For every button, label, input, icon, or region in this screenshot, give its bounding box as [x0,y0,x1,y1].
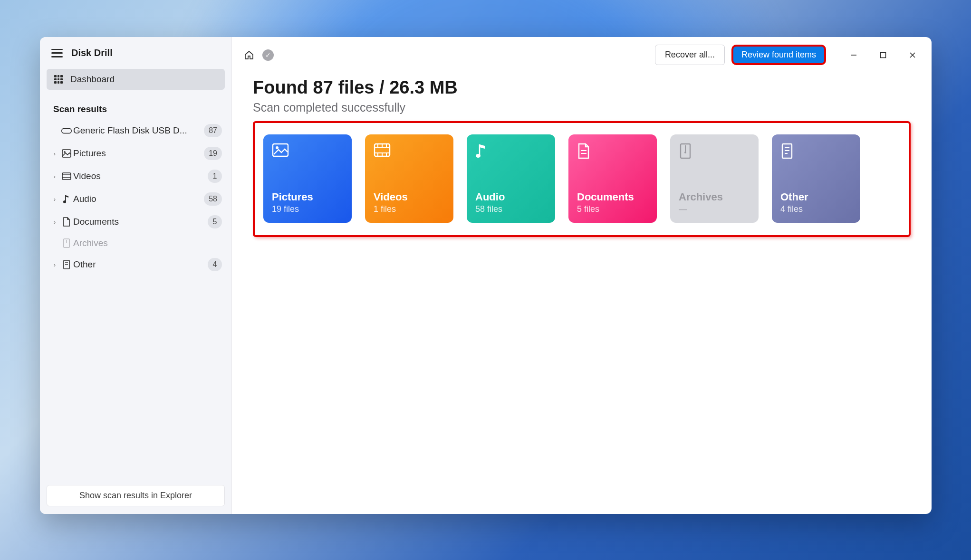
tree-label: Pictures [73,148,204,159]
music-note-icon [475,143,492,160]
close-button[interactable] [904,47,921,64]
results-subhead: Scan completed successfully [253,101,911,114]
count-badge: 4 [208,258,222,271]
card-title: Pictures [272,191,343,203]
sidebar-section-title: Scan results [40,94,231,119]
tree-item-device[interactable]: ▸ Generic Flash Disk USB D... 87 [47,119,225,142]
svg-point-6 [63,200,66,203]
recover-all-button[interactable]: Recover all... [655,45,725,65]
main-panel: ✓ Recover all... Review found items Foun… [232,37,932,514]
video-icon [60,172,73,180]
results-headline: Found 87 files / 26.3 MB [253,77,911,98]
card-sub: 4 files [780,204,852,214]
category-card-pictures[interactable]: Pictures 19 files [263,134,352,223]
card-sub: 1 files [374,204,445,214]
archive-icon [60,238,73,248]
count-badge: 58 [204,192,222,206]
maximize-button[interactable] [875,47,892,64]
show-in-explorer-button[interactable]: Show scan results in Explorer [47,485,225,506]
archive-icon [679,143,696,160]
count-badge: 1 [208,170,222,183]
other-file-icon [780,143,798,160]
dashboard-grid-icon [54,75,63,84]
svg-point-17 [276,146,279,149]
card-title: Other [780,191,852,203]
card-title: Documents [577,191,648,203]
card-title: Audio [475,191,547,203]
toolbar: ✓ Recover all... Review found items [232,37,932,73]
svg-point-32 [684,152,686,153]
app-title: Disk Drill [71,47,113,58]
minimize-button[interactable] [845,47,862,64]
category-card-videos[interactable]: Videos 1 files [365,134,453,223]
tree-label: Other [73,259,208,270]
app-window: Disk Drill Dashboard Scan results ▸ Gene… [40,37,932,514]
chevron-right-icon[interactable]: › [49,150,60,157]
card-sub: 58 files [475,204,547,214]
scan-complete-check-icon: ✓ [262,49,274,61]
dashboard-label: Dashboard [70,74,115,85]
category-cards-highlight: Pictures 19 files Videos 1 files [253,121,911,237]
category-card-documents[interactable]: Documents 5 files [568,134,657,223]
svg-rect-13 [881,52,886,57]
category-card-other[interactable]: Other 4 files [772,134,860,223]
tree-item-videos[interactable]: › Videos 1 [47,165,225,188]
svg-rect-0 [62,128,71,133]
svg-rect-3 [62,173,71,180]
card-title: Videos [374,191,445,203]
image-icon [60,149,73,158]
card-sub: 19 files [272,204,343,214]
sidebar-header: Disk Drill [40,37,231,65]
scan-results-tree: ▸ Generic Flash Disk USB D... 87 › Pictu… [40,119,231,276]
tree-item-pictures[interactable]: › Pictures 19 [47,142,225,165]
video-icon [374,143,391,160]
review-found-items-button[interactable]: Review found items [731,45,826,65]
svg-point-2 [64,151,66,153]
hamburger-icon[interactable] [51,49,63,57]
sidebar: Disk Drill Dashboard Scan results ▸ Gene… [40,37,232,514]
chevron-right-icon[interactable]: › [49,261,60,268]
tree-item-audio[interactable]: › Audio 58 [47,188,225,210]
music-note-icon [60,194,73,204]
window-controls [845,47,921,64]
tree-item-documents[interactable]: › Documents 5 [47,210,225,233]
svg-point-27 [476,154,481,158]
results-content: Found 87 files / 26.3 MB Scan completed … [232,73,932,242]
card-sub: — [679,204,750,214]
chevron-right-icon[interactable]: › [49,218,60,226]
card-title: Archives [679,191,750,203]
chevron-right-icon[interactable]: › [49,196,60,203]
document-icon [577,143,594,160]
other-file-icon [60,260,73,269]
tree-item-archives[interactable]: › Archives [47,233,225,253]
tree-label: Documents [73,217,208,227]
tree-label: Videos [73,171,208,181]
tree-label: Audio [73,194,204,204]
count-badge: 5 [208,215,222,228]
category-card-archives: Archives — [670,134,759,223]
tree-label: Archives [73,238,222,248]
home-icon[interactable] [242,48,256,62]
category-card-audio[interactable]: Audio 58 files [467,134,555,223]
document-icon [60,217,73,227]
chevron-right-icon[interactable]: › [49,173,60,180]
tree-item-other[interactable]: › Other 4 [47,253,225,276]
tree-label: Generic Flash Disk USB D... [73,125,204,136]
usb-drive-icon [60,127,73,134]
count-badge: 87 [204,124,222,137]
sidebar-item-dashboard[interactable]: Dashboard [47,69,225,90]
card-sub: 5 files [577,204,648,214]
image-icon [272,143,289,160]
count-badge: 19 [204,147,222,160]
